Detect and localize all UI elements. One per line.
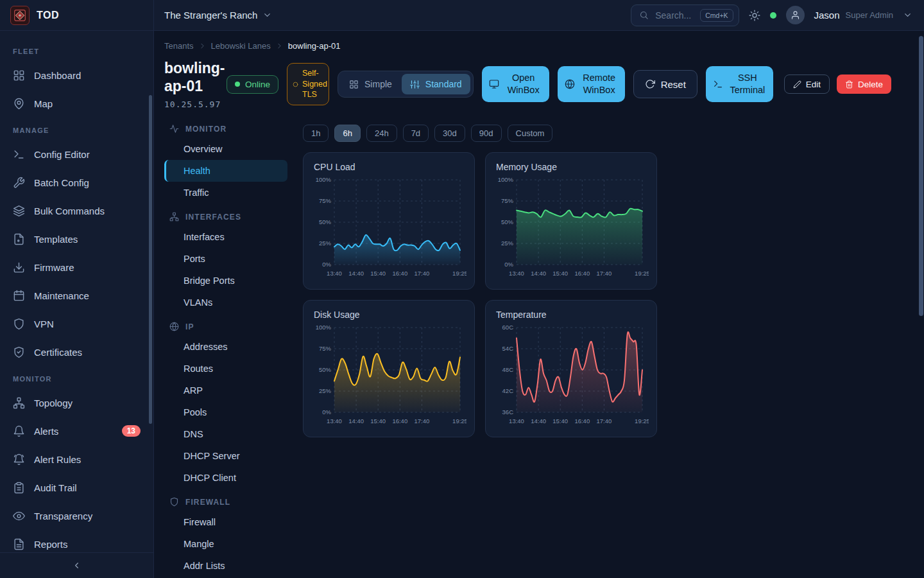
sidebar-collapse-button[interactable] [0,552,153,578]
topbar-right: Cmd+K Jason Super Admin [631,4,924,26]
svg-text:14:40: 14:40 [348,270,364,277]
subnav-item-dns[interactable]: DNS [164,423,287,445]
breadcrumb-item-lebowski-lanes[interactable]: Lebowski Lanes [211,41,271,51]
svg-text:100%: 100% [498,176,514,183]
file-text-icon [13,538,25,550]
time-range-90d[interactable]: 90d [471,125,502,142]
svg-text:25%: 25% [501,240,514,247]
sidebar-item-label: Maintenance [34,290,89,301]
user-avatar[interactable] [786,6,805,24]
tenant-name: The Stranger's Ranch [164,10,257,21]
breadcrumb-item-tenants[interactable]: Tenants [164,41,194,51]
subnav-item-firewall[interactable]: Firewall [164,511,287,533]
breadcrumb-item-bowling-ap-01[interactable]: bowling-ap-01 [288,41,341,51]
globe-icon [169,322,179,331]
subnav-item-arp[interactable]: ARP [164,380,287,401]
terminal-icon [713,79,723,89]
search-icon [639,10,649,20]
time-range-24h[interactable]: 24h [366,125,397,142]
sidebar-item-firmware[interactable]: Firmware [0,253,153,281]
sidebar-item-certificates[interactable]: Certificates [0,338,153,366]
sidebar-item-audit-trail[interactable]: Audit Trail [0,473,153,502]
dashboard-icon [13,69,25,82]
svg-text:13:40: 13:40 [327,270,342,277]
subnav-item-dhcp-client[interactable]: DHCP Client [164,467,287,489]
sidebar-item-alerts[interactable]: Alerts13 [0,417,153,445]
view-mode-standard[interactable]: Standard [402,74,470,94]
circle-icon [293,82,298,87]
sidebar-item-templates[interactable]: Templates [0,225,153,253]
content-row: MONITOROverviewHealthTrafficINTERFACESIn… [164,116,924,578]
ssh-terminal-button[interactable]: SSH Terminal [706,66,773,102]
subnav-item-overview[interactable]: Overview [164,138,287,160]
page-scrollbar-thumb[interactable] [919,36,923,316]
sidebar-scrollbar-thumb[interactable] [149,95,152,424]
user-icon [791,10,800,20]
time-range-6h[interactable]: 6h [334,125,360,142]
sidebar-item-topology[interactable]: Topology [0,389,153,417]
tls-warning-badge: Self-Signed TLS [287,63,329,106]
charts-column: 1h6h24h7d30d90dCustom CPU Load0%25%50%75… [303,116,657,578]
edit-button[interactable]: Edit [784,74,830,94]
sidebar-item-map[interactable]: Map [0,89,153,118]
time-range-custom[interactable]: Custom [508,125,553,142]
reset-button[interactable]: Reset [633,70,697,98]
svg-text:16:40: 16:40 [392,270,407,277]
sidebar-item-dashboard[interactable]: Dashboard [0,61,153,89]
subnav-item-dhcp-server[interactable]: DHCP Server [164,445,287,467]
subnav-item-interfaces[interactable]: Interfaces [164,226,287,248]
subnav-item-traffic[interactable]: Traffic [164,182,287,204]
sidebar-item-label: Topology [34,398,73,408]
chart-plot: 0%25%50%75%100%13:4014:4015:4016:4017:40… [312,175,466,280]
bell-icon [13,425,25,437]
search-box[interactable]: Cmd+K [631,4,739,26]
sidebar-item-reports[interactable]: Reports [0,530,153,552]
sidebar-item-bulk-commands[interactable]: Bulk Commands [0,197,153,225]
subnav-item-bridge-ports[interactable]: Bridge Ports [164,270,287,292]
theme-toggle-sun-icon[interactable] [749,10,760,21]
delete-button[interactable]: Delete [837,74,891,94]
eye-icon [13,510,25,522]
activity-icon [169,124,179,134]
svg-text:0%: 0% [504,261,513,268]
calendar-icon [13,290,25,302]
topology-icon [13,397,25,409]
subnav-item-ports[interactable]: Ports [164,248,287,270]
subnav-item-mangle[interactable]: Mangle [164,533,287,555]
subnav-item-health[interactable]: Health [164,160,287,182]
view-mode-simple[interactable]: Simple [341,74,400,94]
sidebar-item-maintenance[interactable]: Maintenance [0,281,153,310]
device-ip: 10.25.5.97 [164,100,218,109]
subnav-item-vlans[interactable]: VLANs [164,292,287,313]
svg-text:13:40: 13:40 [327,417,342,425]
time-range-30d[interactable]: 30d [434,125,465,142]
tenant-selector[interactable]: The Stranger's Ranch [164,10,272,21]
subnav-item-pools[interactable]: Pools [164,401,287,423]
sidebar-item-vpn[interactable]: VPN [0,310,153,338]
sidebar-item-label: Templates [34,234,78,245]
sidebar-item-config-editor[interactable]: Config Editor [0,140,153,168]
subnav-group-ip: IP [164,313,287,336]
sidebar-item-batch-config[interactable]: Batch Config [0,168,153,197]
topology-icon [169,212,179,222]
remote-winbox-button[interactable]: Remote WinBox [558,66,625,102]
search-input[interactable] [654,10,695,21]
svg-text:75%: 75% [319,345,332,352]
time-range-1h[interactable]: 1h [303,125,329,142]
subnav-item-addresses[interactable]: Addresses [164,336,287,358]
chart-title: CPU Load [314,162,465,172]
chart-title: Disk Usage [314,310,465,320]
sidebar-item-transparency[interactable]: Transparency [0,502,153,530]
svg-text:60C: 60C [502,324,514,331]
user-menu-chevron-icon[interactable] [903,10,912,20]
subnav-item-addr-lists[interactable]: Addr Lists [164,555,287,577]
open-winbox-button[interactable]: Open WinBox [482,66,549,102]
sidebar-section-monitor: MONITORTopologyAlerts13Alert RulesAudit … [0,366,153,552]
time-range-7d[interactable]: 7d [403,125,429,142]
sidebar-item-alert-rules[interactable]: Alert Rules [0,445,153,473]
sidebar-item-label: VPN [34,319,54,329]
subnav-item-routes[interactable]: Routes [164,358,287,380]
svg-text:48C: 48C [502,366,514,373]
device-header: bowling-ap-01 10.25.5.97 Online Self-Sig… [164,59,924,109]
chart-card-disk-usage: Disk Usage0%25%50%75%100%13:4014:4015:40… [303,300,475,437]
